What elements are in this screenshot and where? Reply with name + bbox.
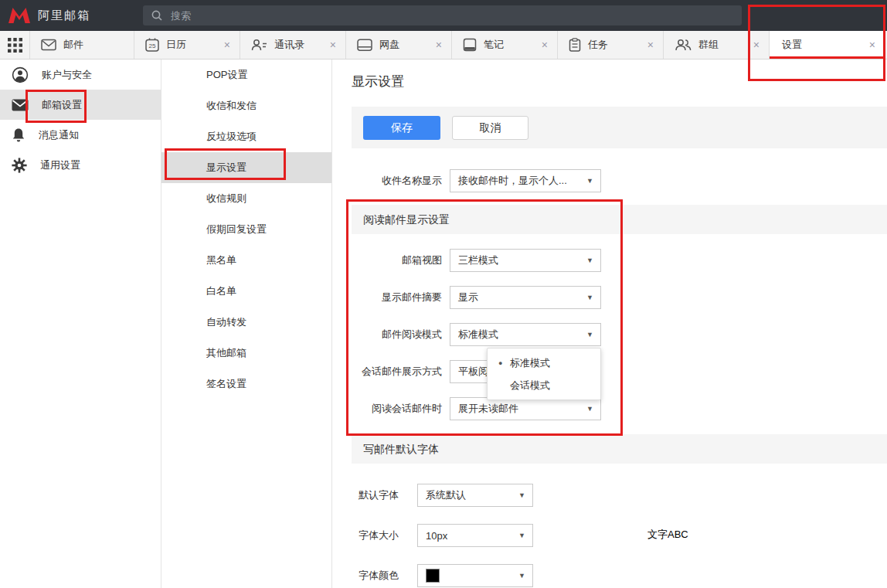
tab-contacts[interactable]: 通讯录 × <box>240 31 345 59</box>
page-title: 显示设置 <box>352 73 404 90</box>
field-label: 显示邮件摘要 <box>334 291 442 304</box>
dropdown-option-conversation-mode[interactable]: 会话模式 <box>488 374 600 396</box>
gear-icon <box>12 158 27 173</box>
tab-tasks[interactable]: 任务 × <box>557 31 663 59</box>
option-label: 会话模式 <box>510 379 550 393</box>
sidebar-item-label: 消息通知 <box>39 128 79 142</box>
mailbox-view-select[interactable]: 三栏模式 ▼ <box>450 249 601 272</box>
read-conversation-mail-select[interactable]: 展开未读邮件 ▼ <box>450 397 601 420</box>
field-label: 阅读会话邮件时 <box>334 402 442 416</box>
chevron-down-icon: ▼ <box>586 177 593 185</box>
sidebar-item-notifications[interactable]: 消息通知 <box>0 120 161 150</box>
recipient-name-display-select[interactable]: 接收邮件时，显示个人... ▼ <box>450 169 601 192</box>
tab-drive[interactable]: 网盘 × <box>345 31 451 59</box>
select-value: 10px <box>426 530 447 542</box>
subsidebar-item-pop[interactable]: POP设置 <box>161 59 331 90</box>
tab-mail[interactable]: 邮件 <box>29 31 134 59</box>
apps-grid-icon[interactable] <box>0 31 29 59</box>
font-size-select[interactable]: 10px ▼ <box>417 524 533 547</box>
field-read-conversation-mail: 阅读会话邮件时 展开未读邮件 ▼ <box>334 397 601 420</box>
subsidebar-item-whitelist[interactable]: 白名单 <box>161 276 331 307</box>
reading-mode-dropdown-panel: ● 标准模式 会话模式 <box>487 348 601 400</box>
chevron-down-icon: ▼ <box>586 294 593 301</box>
default-font-select[interactable]: 系统默认 ▼ <box>417 484 533 507</box>
show-mail-summary-select[interactable]: 显示 ▼ <box>450 286 601 309</box>
topbar: 阿里邮箱 <box>0 0 887 31</box>
selected-bullet-icon: ● <box>498 359 510 367</box>
search-input[interactable] <box>169 9 667 22</box>
subsidebar-item-other-mailbox[interactable]: 其他邮箱 <box>161 338 331 369</box>
chevron-down-icon: ▼ <box>586 405 593 413</box>
section-header-read-mail-display: 阅读邮件显示设置 <box>352 205 887 234</box>
tab-label: 设置 <box>782 38 802 52</box>
search-icon <box>151 10 162 21</box>
tab-groups[interactable]: 群组 × <box>663 31 769 59</box>
tab-notes[interactable]: 笔记 × <box>451 31 557 59</box>
save-button[interactable]: 保存 <box>363 116 440 140</box>
subsidebar-item-signature[interactable]: 签名设置 <box>161 369 331 399</box>
mail-settings-subsidebar: POP设置 收信和发信 反垃圾选项 显示设置 收信规则 假期回复设置 黑名单 白… <box>161 59 332 588</box>
notes-icon <box>463 38 477 52</box>
drive-icon <box>357 39 372 51</box>
select-value: 标准模式 <box>458 328 498 342</box>
subsidebar-item-vacation-reply[interactable]: 假期回复设置 <box>161 214 331 245</box>
tabbar: 邮件 25 日历 × 通讯录 × 网盘 × 笔记 × 任务 × <box>0 31 887 59</box>
alimail-m-logo-icon <box>8 7 31 24</box>
tab-label: 邮件 <box>63 38 83 52</box>
subsidebar-item-auto-forward[interactable]: 自动转发 <box>161 307 331 338</box>
select-value: 展开未读邮件 <box>458 402 518 416</box>
tab-settings[interactable]: 设置 × <box>769 31 885 59</box>
dropdown-option-standard-mode[interactable]: ● 标准模式 <box>488 352 600 374</box>
subsidebar-item-mail-rules[interactable]: 收信规则 <box>161 183 331 214</box>
close-icon[interactable]: × <box>869 39 875 50</box>
field-label: 默认字体 <box>332 488 399 502</box>
sidebar-item-general-settings[interactable]: 通用设置 <box>0 150 161 180</box>
cancel-button[interactable]: 取消 <box>452 116 528 140</box>
settings-sidebar: 账户与安全 邮箱设置 消息通知 通用设置 <box>0 59 161 588</box>
close-icon[interactable]: × <box>330 39 336 50</box>
section-header-compose-default-font: 写邮件默认字体 <box>352 434 887 464</box>
select-value: 接收邮件时，显示个人... <box>458 174 567 188</box>
sidebar-item-label: 通用设置 <box>40 158 80 172</box>
close-icon[interactable]: × <box>436 39 442 50</box>
font-preview-text: 文字ABC <box>647 528 688 542</box>
font-color-select[interactable]: ▼ <box>417 564 533 587</box>
chevron-down-icon: ▼ <box>518 532 525 539</box>
section-title: 写邮件默认字体 <box>363 443 439 455</box>
field-label: 字体大小 <box>332 529 399 542</box>
field-default-font: 默认字体 系统默认 ▼ <box>332 484 533 507</box>
mail-reading-mode-select[interactable]: 标准模式 ▼ <box>450 323 601 346</box>
tab-calendar[interactable]: 25 日历 × <box>134 31 240 59</box>
close-icon[interactable]: × <box>647 39 654 50</box>
select-value: 系统默认 <box>426 488 466 502</box>
subsidebar-item-display-settings[interactable]: 显示设置 <box>161 152 331 183</box>
sidebar-item-mail-settings[interactable]: 邮箱设置 <box>0 90 161 120</box>
close-icon[interactable]: × <box>224 39 230 50</box>
sidebar-item-label: 账户与安全 <box>42 68 92 82</box>
subsidebar-item-antispam[interactable]: 反垃圾选项 <box>161 121 331 152</box>
sidebar-item-account-security[interactable]: 账户与安全 <box>0 59 161 90</box>
field-label: 邮件阅读模式 <box>334 328 442 342</box>
field-mail-reading-mode: 邮件阅读模式 标准模式 ▼ <box>334 323 601 346</box>
bell-icon <box>12 127 25 143</box>
chevron-down-icon: ▼ <box>586 257 593 264</box>
field-font-size: 字体大小 10px ▼ <box>332 524 533 547</box>
chevron-down-icon: ▼ <box>518 572 525 580</box>
tab-label: 网盘 <box>379 38 399 52</box>
subsidebar-item-blacklist[interactable]: 黑名单 <box>161 245 331 276</box>
search-bar[interactable] <box>143 5 742 25</box>
subsidebar-item-send-receive[interactable]: 收信和发信 <box>161 90 331 121</box>
tab-label: 任务 <box>588 38 608 52</box>
close-icon[interactable]: × <box>542 39 548 50</box>
tab-label: 群组 <box>698 38 719 52</box>
mail-icon <box>41 39 56 51</box>
field-recipient-name-display: 收件名称显示 接收邮件时，显示个人... ▼ <box>334 169 601 192</box>
close-icon[interactable]: × <box>753 39 760 50</box>
field-label: 收件名称显示 <box>334 174 442 188</box>
field-show-mail-summary: 显示邮件摘要 显示 ▼ <box>334 286 601 309</box>
app-window: 阿里邮箱 邮件 25 日历 × 通讯录 × 网盘 <box>0 0 887 588</box>
toolbar: 保存 取消 <box>352 107 887 148</box>
chevron-down-icon: ▼ <box>586 331 593 338</box>
select-value: 显示 <box>458 291 478 304</box>
mail-settings-icon <box>12 99 29 111</box>
